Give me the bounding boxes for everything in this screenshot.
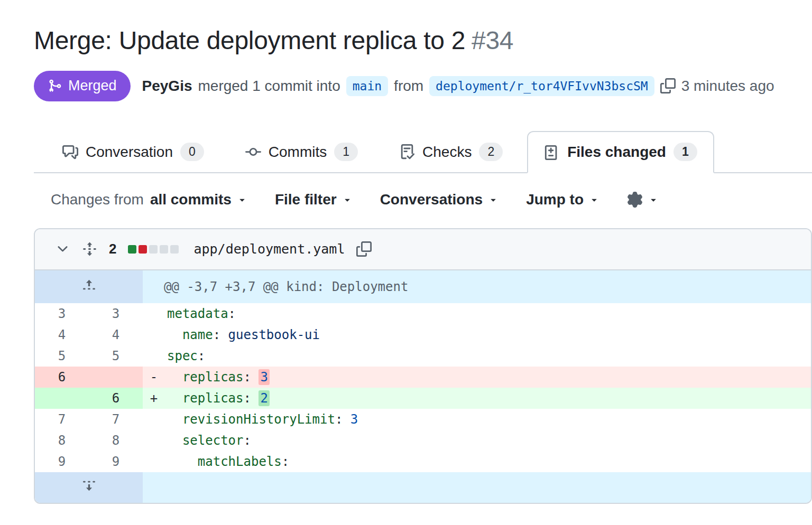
jump-to-menu[interactable]: Jump to <box>526 191 599 208</box>
new-line-number: 8 <box>89 430 143 451</box>
new-line-number: 5 <box>89 345 143 367</box>
file-filter-menu[interactable]: File filter <box>275 191 353 208</box>
caret-down-icon <box>488 194 499 205</box>
copy-branch-button[interactable] <box>660 78 676 93</box>
code-token-plain: : <box>335 412 350 427</box>
diff-line: 6- replicas: 3 <box>35 367 811 388</box>
hunk-header-row: @@ -3,7 +3,7 @@ kind: Deployment <box>35 270 811 303</box>
code-token-key: matchLabels <box>198 454 282 469</box>
gear-icon <box>627 192 643 208</box>
file-changes-count: 2 <box>109 241 116 257</box>
old-line-number: 6 <box>35 367 89 388</box>
changes-from-value: all commits <box>150 191 232 208</box>
code-token-plain: : <box>282 454 289 469</box>
code-cell: selector: <box>165 430 811 451</box>
copy-file-path-button[interactable] <box>356 241 372 257</box>
code-token-plain: : <box>228 306 236 321</box>
unfold-icon <box>82 241 97 257</box>
code-token-num: 3 <box>350 412 358 427</box>
diff-lines: 33metadata:44 name: guestbook-ui55spec:6… <box>35 303 811 472</box>
chevron-down-icon <box>55 241 70 257</box>
code-cell: revisionHistoryLimit: 3 <box>165 409 811 430</box>
byline-action: merged 1 commit into <box>198 78 340 95</box>
hunk-header-text: @@ -3,7 +3,7 @@ kind: Deployment <box>143 270 811 303</box>
old-line-number: 3 <box>35 303 89 324</box>
code-token-num: 3 <box>259 369 269 385</box>
diff-file-header: 2 app/deployment.yaml <box>35 229 811 270</box>
collapse-file-button[interactable] <box>55 241 70 257</box>
diff-line: 44 name: guestbook-ui <box>35 324 811 345</box>
diffstat-square-deletion <box>139 245 147 254</box>
code-cell: matchLabels: <box>165 451 811 472</box>
page-title: Merge: Update deployment replica to 2#34 <box>34 25 778 56</box>
code-token-plain: : <box>244 370 259 385</box>
code-cell: name: guestbook-ui <box>165 324 811 345</box>
diff-line: 99 matchLabels: <box>35 451 811 472</box>
base-branch-label[interactable]: main <box>346 76 388 96</box>
caret-down-icon <box>237 194 247 205</box>
code-token-plain: : <box>213 327 228 342</box>
code-token-str: guestbook-ui <box>228 327 320 342</box>
old-line-number: 9 <box>35 451 89 472</box>
tab-counter: 0 <box>180 143 204 161</box>
diffstat-square-neutral <box>160 245 168 254</box>
code-token-plain <box>167 327 182 342</box>
code-cell: replicas: 3 <box>165 367 811 388</box>
diff-line: 33metadata: <box>35 303 811 324</box>
unfold-all-button[interactable] <box>82 241 97 257</box>
code-token-key: replicas <box>182 391 244 406</box>
code-token-key: metadata <box>167 306 228 321</box>
comment-discussion-icon <box>62 144 78 160</box>
changes-from-label: Changes from <box>51 191 144 208</box>
byline-from: from <box>394 78 423 95</box>
tab-checks[interactable]: Checks 2 <box>382 131 520 173</box>
copy-icon <box>356 241 372 257</box>
pr-number: #34 <box>472 26 513 54</box>
code-token-key: name <box>182 327 213 342</box>
old-line-number: 7 <box>35 409 89 430</box>
conversations-menu[interactable]: Conversations <box>380 191 499 208</box>
diff-line: 77 revisionHistoryLimit: 3 <box>35 409 811 430</box>
merged-status-label: Merged <box>68 78 117 94</box>
merged-status-badge: Merged <box>34 71 131 101</box>
author-link[interactable]: PeyGis <box>142 78 192 95</box>
diff-toolbar: Changes from all commits File filter Con… <box>51 191 778 208</box>
new-line-number: 6 <box>89 388 143 409</box>
expand-down-button[interactable] <box>82 479 96 493</box>
code-cell: replicas: 2 <box>165 388 811 409</box>
git-merge-icon <box>48 79 62 93</box>
diff-settings-menu[interactable] <box>627 192 659 208</box>
caret-down-icon <box>648 194 659 205</box>
tab-label: Files changed <box>567 144 666 161</box>
code-token-plain: : <box>244 433 251 448</box>
diff-marker: - <box>143 367 165 388</box>
changes-from-menu[interactable]: Changes from all commits <box>51 191 247 208</box>
diff-marker <box>143 451 165 472</box>
tab-commits[interactable]: Commits 1 <box>228 131 375 173</box>
tab-counter: 2 <box>479 143 503 161</box>
code-token-key: selector <box>182 433 244 448</box>
tab-conversation[interactable]: Conversation 0 <box>45 131 221 173</box>
tab-counter: 1 <box>334 143 358 161</box>
hunk-gutter <box>35 270 143 303</box>
pr-tab-bar: Conversation 0 Commits 1 Checks 2 Files … <box>34 131 812 173</box>
code-token-plain: : <box>198 349 205 363</box>
code-token-plain <box>167 454 198 469</box>
new-line-number: 7 <box>89 409 143 430</box>
diffstat-squares <box>128 245 179 254</box>
fold-up-icon <box>82 278 96 292</box>
caret-down-icon <box>589 194 599 205</box>
diff-line: 55spec: <box>35 345 811 367</box>
old-line-number <box>35 388 89 409</box>
conversations-label: Conversations <box>380 191 483 208</box>
diff-marker <box>143 430 165 451</box>
pr-title-text: Merge: Update deployment replica to 2 <box>34 26 465 54</box>
diffstat-square-neutral <box>170 245 179 254</box>
head-branch-label[interactable]: deployment/r_tor4VFIvvN3bscSM <box>429 76 654 96</box>
code-token-num: 2 <box>259 390 269 406</box>
tab-label: Checks <box>422 144 472 161</box>
expand-up-button[interactable] <box>82 278 96 292</box>
file-filter-label: File filter <box>275 191 337 208</box>
tab-files-changed[interactable]: Files changed 1 <box>527 131 714 173</box>
file-diff-icon <box>544 144 560 160</box>
